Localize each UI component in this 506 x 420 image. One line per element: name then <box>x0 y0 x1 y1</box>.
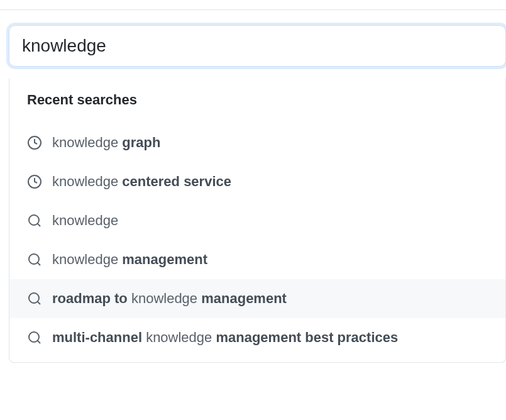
search-icon <box>27 213 42 228</box>
search-icon <box>27 291 42 306</box>
svg-line-9 <box>38 341 40 343</box>
suggestions-dropdown: Recent searches knowledge graphknowledge… <box>9 78 506 363</box>
suggestion-text: knowledge graph <box>52 135 160 151</box>
suggestion-text: roadmap to knowledge management <box>52 290 287 307</box>
recent-searches-header: Recent searches <box>9 87 505 123</box>
search-icon <box>27 330 42 345</box>
suggestion-item[interactable]: knowledge graph <box>9 123 505 162</box>
suggestion-item[interactable]: knowledge <box>9 201 505 240</box>
suggestion-item[interactable]: knowledge management <box>9 240 505 279</box>
svg-line-3 <box>38 224 40 226</box>
suggestion-item[interactable]: knowledge centered service <box>9 162 505 201</box>
search-box[interactable] <box>9 25 506 67</box>
search-wrapper <box>0 10 506 67</box>
clock-icon <box>27 174 42 189</box>
suggestion-text: multi-channel knowledge management best … <box>52 329 398 346</box>
suggestion-text: knowledge centered service <box>52 174 231 190</box>
suggestion-item[interactable]: multi-channel knowledge management best … <box>9 318 505 357</box>
svg-point-4 <box>29 254 39 264</box>
search-icon <box>27 252 42 267</box>
svg-point-2 <box>29 215 39 225</box>
suggestion-list: knowledge graphknowledge centered servic… <box>9 123 505 357</box>
suggestion-item[interactable]: roadmap to knowledge management <box>9 279 505 318</box>
svg-point-8 <box>29 332 39 342</box>
svg-line-5 <box>38 263 40 265</box>
svg-line-7 <box>38 302 40 304</box>
svg-point-6 <box>29 293 39 303</box>
clock-icon <box>27 135 42 150</box>
suggestion-text: knowledge management <box>52 251 207 268</box>
search-input[interactable] <box>22 36 493 56</box>
suggestion-text: knowledge <box>52 213 118 229</box>
